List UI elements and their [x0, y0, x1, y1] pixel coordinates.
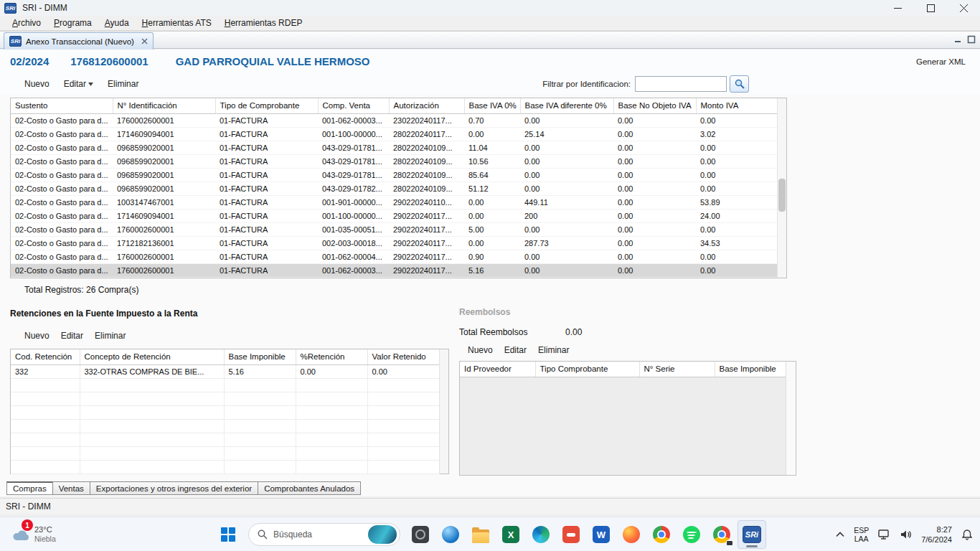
table-row[interactable]: 02-Costo o Gasto para d...17600026000010… [11, 222, 778, 236]
chrome-controller-icon[interactable] [707, 520, 736, 549]
table-cell: 0.00 [296, 364, 367, 378]
chevron-down-icon [88, 83, 93, 86]
clock[interactable]: 8:27 7/6/2024 [921, 524, 952, 545]
reemb-vertical-scrollbar[interactable] [786, 362, 796, 475]
menu-archivo[interactable]: Archivo [6, 17, 47, 29]
table-row[interactable]: 02-Costo o Gasto para d...17146090940010… [11, 127, 778, 141]
column-header[interactable]: Autorización [389, 98, 464, 113]
table-row[interactable]: 02-Costo o Gasto para d...17121821360010… [11, 236, 778, 250]
table-cell: 0.00 [613, 168, 696, 182]
column-header[interactable]: N° Identificación [113, 98, 215, 113]
table-cell: 01-FACTURA [215, 236, 318, 250]
reemb-eliminar-button[interactable]: Eliminar [538, 345, 569, 355]
minimize-view-icon[interactable] [954, 35, 963, 44]
ret-nuevo-button[interactable]: Nuevo [24, 331, 50, 341]
column-header[interactable]: Monto IVA [696, 98, 778, 113]
ret-eliminar-button[interactable]: Eliminar [95, 331, 126, 341]
table-cell: 0.00 [613, 113, 696, 127]
close-button[interactable] [947, 0, 980, 16]
reemb-editar-button[interactable]: Editar [504, 345, 527, 355]
tab-anexo-transaccional[interactable]: SRi Anexo Transaccional (Nuevo) [4, 32, 154, 50]
column-header[interactable]: Tipo Comprobante [535, 362, 639, 377]
sri-dimm-taskbar-button[interactable]: SRi [738, 520, 766, 549]
tab-close-icon[interactable] [141, 38, 148, 44]
table-row[interactable]: 02-Costo o Gasto para d...09685990200010… [11, 154, 778, 168]
table-row[interactable]: 02-Costo o Gasto para d...17600026000010… [11, 113, 778, 127]
column-header[interactable]: N° Serie [639, 362, 715, 377]
filter-search-button[interactable] [730, 75, 749, 93]
column-header[interactable]: Base Imponible [224, 349, 296, 364]
excel-icon[interactable]: X [496, 520, 525, 549]
filter-input[interactable] [635, 76, 727, 92]
tab-compras[interactable]: Compras [6, 481, 53, 495]
minimize-button[interactable] [881, 0, 914, 16]
generar-xml-button[interactable]: Generar XML [916, 57, 966, 66]
menu-herramientas-ats[interactable]: Herramientas ATS [136, 17, 218, 29]
start-button[interactable] [214, 520, 242, 549]
chrome-icon[interactable] [647, 520, 676, 549]
taskbar-search-box[interactable]: Búsqueda [248, 523, 400, 546]
column-header[interactable]: Concepto de Retención [80, 349, 224, 364]
spotify-icon[interactable] [677, 520, 706, 549]
tab-exportaciones[interactable]: Exportaciones y otros ingresos del exter… [90, 481, 258, 495]
column-header[interactable]: Sustento [11, 98, 113, 113]
network-icon[interactable] [878, 529, 891, 540]
notification-bell-icon[interactable] [961, 529, 973, 540]
column-header[interactable]: Id Proveedor [460, 362, 535, 377]
column-header[interactable]: Comp. Venta [318, 98, 389, 113]
column-header[interactable]: Valor Retenido [367, 349, 439, 364]
eliminar-button[interactable]: Eliminar [108, 79, 138, 89]
vertical-scrollbar[interactable] [777, 98, 786, 278]
red-app-icon[interactable] [557, 520, 585, 549]
column-header[interactable]: Base IVA diferente 0% [520, 98, 613, 113]
scrollbar-thumb[interactable] [778, 179, 786, 212]
nuevo-button[interactable]: Nuevo [24, 79, 50, 89]
table-row[interactable]: 02-Costo o Gasto para d...10031474670010… [11, 195, 778, 209]
table-row[interactable]: 02-Costo o Gasto para d...09685990200010… [11, 182, 778, 195]
ret-vertical-scrollbar[interactable] [439, 349, 448, 474]
table-row[interactable]: 02-Costo o Gasto para d...17600026000010… [11, 250, 778, 263]
maximize-view-icon[interactable] [967, 35, 976, 44]
table-cell: 0968599020001 [113, 168, 215, 182]
editar-button[interactable]: Editar [64, 79, 93, 89]
column-header[interactable]: Base IVA 0% [464, 98, 520, 113]
column-header[interactable]: %Retención [296, 349, 367, 364]
table-row[interactable]: 02-Costo o Gasto para d...09685990200010… [11, 168, 778, 182]
table-cell: 5.00 [464, 222, 520, 236]
tab-comprobantes-anulados[interactable]: Comprobantes Anulados [258, 481, 361, 495]
column-header[interactable]: Tipo de Comprobante [215, 98, 318, 113]
blue-sphere-app-icon[interactable] [436, 520, 465, 549]
table-cell: 0968599020001 [113, 182, 215, 195]
ret-editar-button[interactable]: Editar [61, 331, 83, 341]
dark-camera-app-icon[interactable] [406, 520, 435, 549]
volume-icon[interactable] [900, 529, 912, 540]
column-header[interactable]: Base No Objeto IVA [613, 98, 696, 113]
table-row[interactable]: 02-Costo o Gasto para d...09685990200010… [11, 141, 778, 154]
table-cell: 0.00 [613, 141, 696, 154]
table-row[interactable]: 02-Costo o Gasto para d...17600026000010… [11, 263, 778, 277]
firefox-icon[interactable] [617, 520, 646, 549]
table-row[interactable]: 02-Costo o Gasto para d...17146090940010… [11, 209, 778, 222]
menu-herramientas-rdep[interactable]: Herramientas RDEP [218, 17, 309, 29]
table-cell: 5.16 [464, 263, 520, 277]
tray-chevron-up-icon[interactable] [836, 532, 844, 537]
maximize-button[interactable] [914, 0, 947, 16]
menu-programa[interactable]: Programa [47, 17, 98, 29]
menu-ayuda[interactable]: Ayuda [98, 17, 136, 29]
table-cell: 01-FACTURA [215, 154, 318, 168]
word-icon[interactable]: W [587, 520, 616, 549]
weather-temp: 23°C [34, 525, 56, 534]
search-highlight-image[interactable] [368, 525, 397, 544]
reemb-nuevo-button[interactable]: Nuevo [468, 345, 493, 355]
column-header[interactable]: Cod. Retención [11, 349, 80, 364]
tab-ventas[interactable]: Ventas [52, 481, 90, 495]
table-cell: 1760002600001 [113, 222, 215, 236]
column-header[interactable]: Base Imponible [715, 362, 787, 377]
table-cell: 01-FACTURA [215, 182, 318, 195]
table-cell: 0.00 [696, 222, 778, 236]
weather-widget[interactable]: 1 23°C Niebla [6, 517, 62, 551]
edge-icon[interactable] [527, 520, 555, 549]
file-explorer-icon[interactable] [466, 520, 495, 549]
table-row[interactable]: 332332-OTRAS COMPRAS DE BIE...5.160.000.… [11, 364, 439, 378]
language-indicator[interactable]: ESP LAA [854, 526, 869, 543]
